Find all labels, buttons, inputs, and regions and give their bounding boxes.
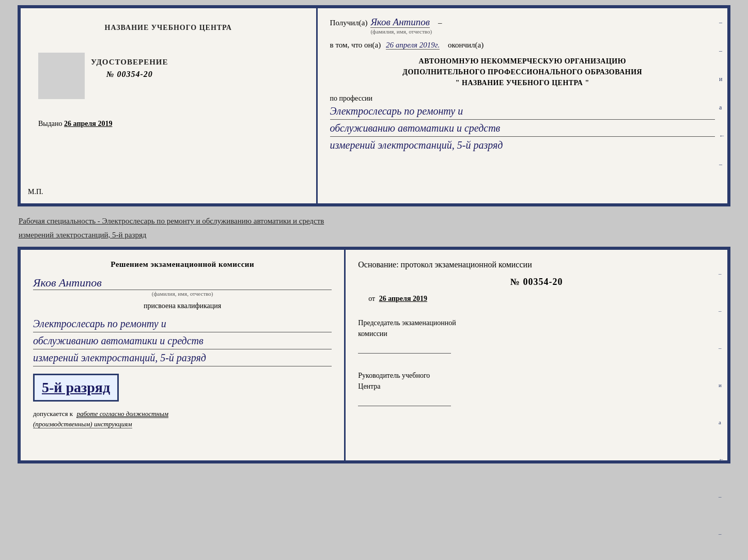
допуск-prefix: допускается к	[33, 410, 73, 418]
org-line1: АВТОНОМНУЮ НЕКОММЕРЧЕСКУЮ ОРГАНИЗАЦИЮ	[330, 56, 715, 67]
grade-box: 5-й разряд	[33, 374, 119, 402]
top-diploma-left: НАЗВАНИЕ УЧЕБНОГО ЦЕНТРА УДОСТОВЕРЕНИЕ №…	[21, 8, 318, 203]
top-diploma-spread: НАЗВАНИЕ УЧЕБНОГО ЦЕНТРА УДОСТОВЕРЕНИЕ №…	[18, 5, 730, 206]
document-container: НАЗВАНИЕ УЧЕБНОГО ЦЕНТРА УДОСТОВЕРЕНИЕ №…	[18, 5, 730, 463]
from-date: 26 апреля 2019	[379, 295, 427, 302]
допуск-underline: работе согласно должностным	[76, 410, 168, 418]
recipient-name: Яков Антипов	[370, 17, 430, 28]
profession-label: по профессии	[330, 94, 715, 103]
protocol-number: № 00354-20	[358, 277, 715, 287]
director-line2: Центра	[358, 381, 715, 392]
profession-line1: Электрослесарь по ремонту и	[330, 103, 715, 120]
training-center-name-top: НАЗВАНИЕ УЧЕБНОГО ЦЕНТРА	[105, 24, 232, 32]
recipient-line: Получил(а) Яков Антипов (фамилия, имя, о…	[330, 17, 715, 35]
cert-label: УДОСТОВЕРЕНИЕ	[91, 58, 168, 67]
finished-label: окончил(а)	[448, 41, 484, 49]
bottom-diploma-spread: Решением экзаменационной комиссии Яков А…	[18, 247, 730, 463]
chairman-block: Председатель экзаменационной комиссии	[358, 317, 715, 356]
decision-text: Решением экзаменационной комиссии	[33, 260, 332, 269]
bottom-fio-subtext: (фамилия, имя, отчество)	[33, 291, 332, 297]
bottom-right-marks: – – – и а ← – – – –	[719, 270, 724, 560]
profession-lines: Электрослесарь по ремонту и обслуживанию…	[330, 103, 715, 153]
org-line3: " НАЗВАНИЕ УЧЕБНОГО ЦЕНТРА "	[330, 77, 715, 88]
profession-line2: обслуживанию автоматики и средств	[330, 120, 715, 137]
stamp-placeholder	[38, 53, 85, 99]
date-completed: 26 апреля 2019г.	[386, 41, 440, 50]
cert-block: УДОСТОВЕРЕНИЕ № 00354-20	[91, 53, 168, 82]
protocol-date-line: от 26 апреля 2019	[368, 295, 715, 303]
fio-subtext: (фамилия, имя, отчество)	[370, 28, 432, 35]
qual-line1: Электрослесарь по ремонту и	[33, 315, 332, 332]
допуск-block: допускается к работе согласно должностны…	[33, 409, 332, 429]
director-line1: Руководитель учебного	[358, 370, 715, 381]
issued-label: Выдано	[38, 120, 63, 127]
org-block: АВТОНОМНУЮ НЕКОММЕРЧЕСКУЮ ОРГАНИЗАЦИЮ ДО…	[330, 56, 715, 88]
date-line: в том, что он(а) 26 апреля 2019г. окончи…	[330, 41, 715, 50]
chairman-line1: Председатель экзаменационной	[358, 317, 715, 328]
director-block: Руководитель учебного Центра	[358, 370, 715, 408]
received-label: Получил(а)	[330, 19, 368, 27]
cert-number: № 00354-20	[106, 70, 153, 79]
top-diploma-right: Получил(а) Яков Антипов (фамилия, имя, о…	[318, 8, 727, 203]
recipient-block: Яков Антипов (фамилия, имя, отчество)	[370, 17, 432, 35]
bottom-diploma-left: Решением экзаменационной комиссии Яков А…	[21, 250, 346, 460]
bottom-qual-lines: Электрослесарь по ремонту и обслуживанию…	[33, 315, 332, 366]
issued-line: Выдано 26 апреля 2019	[38, 120, 112, 128]
from-label: от	[368, 295, 375, 302]
dash1: –	[438, 19, 442, 27]
assigned-label: присвоена квалификация	[33, 302, 332, 310]
допуск-italic: (производственным) инструкциям	[33, 420, 132, 428]
bottom-diploma-right: Основание: протокол экзаменационной коми…	[346, 250, 727, 460]
bottom-name: Яков Антипов	[33, 276, 332, 290]
issued-date: 26 апреля 2019	[64, 120, 112, 127]
specialty-text-block: Рабочая специальность - Электрослесарь п…	[18, 211, 730, 243]
director-sign-line	[358, 394, 451, 406]
qual-line2: обслуживанию автоматики и средств	[33, 332, 332, 349]
bottom-name-block: Яков Антипов (фамилия, имя, отчество)	[33, 274, 332, 297]
profession-line3: измерений электростанций, 5-й разряд	[330, 137, 715, 153]
grade-block: 5-й разряд	[33, 372, 332, 404]
basis-label: Основание: протокол экзаменационной коми…	[358, 260, 715, 269]
right-decorative-marks: – – и а ← –	[719, 19, 725, 168]
specialty-text2: измерений электростанций, 5-й разряд	[19, 227, 729, 241]
org-line2: ДОПОЛНИТЕЛЬНОГО ПРОФЕССИОНАЛЬНОГО ОБРАЗО…	[330, 67, 715, 77]
chairman-sign-line	[358, 341, 451, 354]
in-that-label: в том, что он(а)	[330, 41, 381, 49]
qual-line3: измерений электростанций, 5-й разряд	[33, 349, 332, 366]
chairman-line2: комиссии	[358, 328, 715, 339]
mp-label: М.П.	[28, 188, 43, 196]
specialty-text: Рабочая специальность - Электрослесарь п…	[19, 213, 729, 227]
profession-block: по профессии Электрослесарь по ремонту и…	[330, 94, 715, 153]
